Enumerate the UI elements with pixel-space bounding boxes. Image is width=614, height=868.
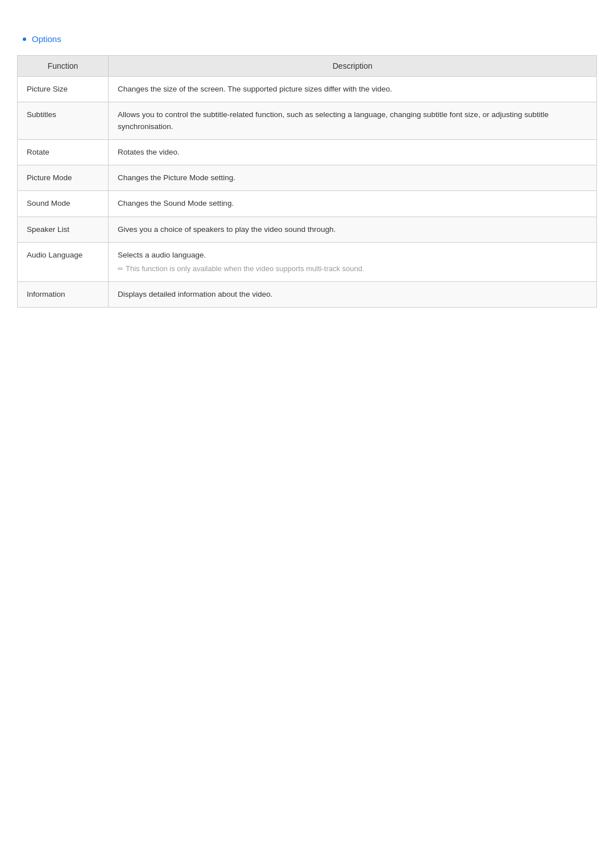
options-section: Options Function Description Picture Siz… xyxy=(17,34,597,308)
table-row: Picture SizeChanges the size of the scre… xyxy=(18,77,597,102)
description-text: Changes the size of the screen. The supp… xyxy=(118,85,392,93)
description-text: Rotates the video. xyxy=(118,148,180,156)
description-text: Gives you a choice of speakers to play t… xyxy=(118,225,335,234)
description-text: Changes the Picture Mode setting. xyxy=(118,173,235,182)
description-text: Selects a audio language. xyxy=(118,251,206,259)
description-text: Changes the Sound Mode setting. xyxy=(118,199,234,207)
table-row: SubtitlesAllows you to control the subti… xyxy=(18,102,597,140)
table-row: Speaker ListGives you a choice of speake… xyxy=(18,217,597,242)
description-text: Allows you to control the subtitle-relat… xyxy=(118,110,549,130)
description-cell: Gives you a choice of speakers to play t… xyxy=(109,217,597,242)
table-row: RotateRotates the video. xyxy=(18,139,597,165)
description-text: Displays detailed information about the … xyxy=(118,290,272,298)
table-header-function: Function xyxy=(18,56,109,77)
options-label: Options xyxy=(32,34,61,44)
table-row: Sound ModeChanges the Sound Mode setting… xyxy=(18,191,597,217)
table-row: InformationDisplays detailed information… xyxy=(18,281,597,307)
table-row: Audio LanguageSelects a audio language.✏… xyxy=(18,242,597,281)
table-header-description: Description xyxy=(109,56,597,77)
function-cell[interactable]: Audio Language xyxy=(18,242,109,281)
function-cell[interactable]: Rotate xyxy=(18,139,109,165)
function-cell[interactable]: Information xyxy=(18,281,109,307)
description-cell: Changes the Sound Mode setting. xyxy=(109,191,597,217)
pencil-icon: ✏ xyxy=(118,264,123,274)
function-cell[interactable]: Picture Mode xyxy=(18,165,109,191)
options-table: Function Description Picture SizeChanges… xyxy=(17,55,597,308)
description-cell: Displays detailed information about the … xyxy=(109,281,597,307)
note-label: This function is only available when the… xyxy=(126,263,364,275)
table-header-row: Function Description xyxy=(18,56,597,77)
description-cell: Allows you to control the subtitle-relat… xyxy=(109,102,597,140)
description-cell: Changes the Picture Mode setting. xyxy=(109,165,597,191)
note-text: ✏This function is only available when th… xyxy=(118,263,587,275)
description-cell: Changes the size of the screen. The supp… xyxy=(109,77,597,102)
function-cell[interactable]: Speaker List xyxy=(18,217,109,242)
description-cell: Rotates the video. xyxy=(109,139,597,165)
function-cell[interactable]: Subtitles xyxy=(18,102,109,140)
options-bullet-item: Options xyxy=(17,34,597,44)
function-cell[interactable]: Sound Mode xyxy=(18,191,109,217)
table-row: Picture ModeChanges the Picture Mode set… xyxy=(18,165,597,191)
function-cell[interactable]: Picture Size xyxy=(18,77,109,102)
bullet-dot-icon xyxy=(23,38,26,41)
description-cell: Selects a audio language.✏This function … xyxy=(109,242,597,281)
